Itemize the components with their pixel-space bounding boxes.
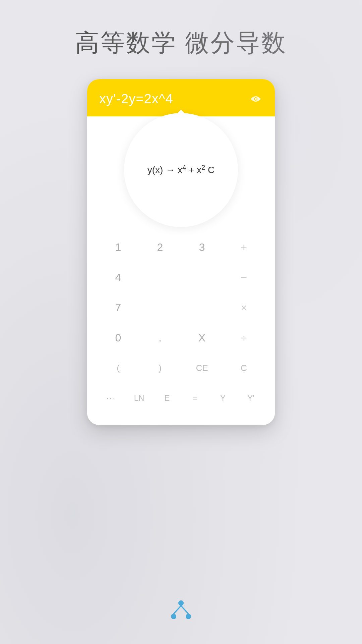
key-e[interactable]: E <box>153 385 181 412</box>
svg-line-3 <box>174 606 181 614</box>
key-y[interactable]: Y <box>209 385 237 412</box>
key-empty-2b <box>181 264 223 291</box>
result-formula: y(x) → x4 + x2 C <box>147 162 215 178</box>
key-multiply[interactable]: × <box>223 294 265 321</box>
key-close-paren[interactable]: ) <box>139 355 181 381</box>
key-y-prime[interactable]: Y' <box>237 385 265 412</box>
key-0[interactable]: 0 <box>97 324 139 351</box>
page-title: 高等数学 微分导数 <box>75 27 287 59</box>
key-7[interactable]: 7 <box>97 294 139 321</box>
key-ln[interactable]: LN <box>125 385 153 412</box>
key-x[interactable]: X <box>181 324 223 351</box>
eye-button[interactable] <box>249 92 263 106</box>
key-dot[interactable]: . <box>139 324 181 351</box>
key-open-paren[interactable]: ( <box>97 355 139 381</box>
key-row-6: ··· LN E = Y Y' <box>97 385 265 412</box>
key-ce[interactable]: CE <box>181 355 223 381</box>
key-empty-2a <box>139 264 181 291</box>
key-minus[interactable]: − <box>223 264 265 291</box>
keypad: 1 2 3 + 4 − 7 × 0 . X ÷ ( ) <box>87 227 275 425</box>
key-row-5: ( ) CE C <box>97 355 265 381</box>
bottom-nav <box>168 597 194 624</box>
key-2[interactable]: 2 <box>139 234 181 261</box>
key-empty-3b <box>181 294 223 321</box>
key-equals[interactable]: = <box>181 385 209 412</box>
key-more[interactable]: ··· <box>97 385 125 412</box>
tree-graph-icon[interactable] <box>168 597 194 624</box>
key-4[interactable]: 4 <box>97 264 139 291</box>
key-row-2: 4 − <box>97 264 265 291</box>
svg-line-4 <box>181 606 188 614</box>
key-plus[interactable]: + <box>223 234 265 261</box>
key-row-1: 1 2 3 + <box>97 234 265 261</box>
key-divide[interactable]: ÷ <box>223 324 265 351</box>
svg-point-2 <box>186 614 191 619</box>
calculator-card: xy'-2y=2x^4 y(x) → x4 + x2 C 1 2 3 + 4 <box>87 79 275 425</box>
calc-expression: xy'-2y=2x^4 <box>99 91 173 106</box>
key-c[interactable]: C <box>223 355 265 381</box>
key-row-3: 7 × <box>97 294 265 321</box>
key-empty-3a <box>139 294 181 321</box>
svg-point-1 <box>171 614 176 619</box>
key-row-4: 0 . X ÷ <box>97 324 265 351</box>
key-3[interactable]: 3 <box>181 234 223 261</box>
result-area: y(x) → x4 + x2 C <box>87 113 275 227</box>
result-bubble: y(x) → x4 + x2 C <box>124 113 238 227</box>
svg-point-0 <box>178 600 184 606</box>
key-1[interactable]: 1 <box>97 234 139 261</box>
